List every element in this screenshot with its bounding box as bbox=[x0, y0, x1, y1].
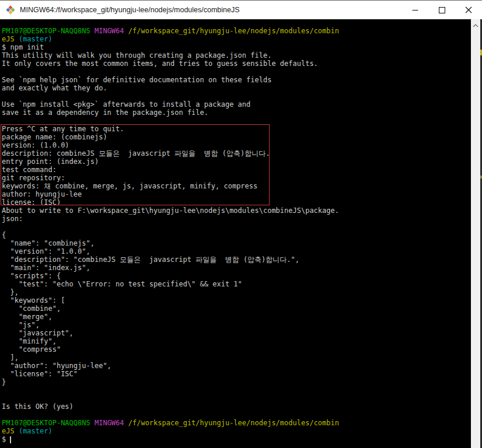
terminal-line bbox=[2, 223, 471, 231]
terminal-line: "keywords": [ bbox=[2, 296, 471, 304]
chevron-up-icon bbox=[473, 24, 478, 27]
titlebar[interactable]: MINGW64:/f/workspace_git/hyungju-lee/nod… bbox=[0, 1, 482, 19]
terminal-line: "main": "index.js", bbox=[2, 264, 471, 272]
terminal-line bbox=[2, 411, 471, 419]
terminal-line: author: hyungju-lee bbox=[2, 190, 471, 198]
terminal-line: "minify", bbox=[2, 337, 471, 345]
terminal-line: Is this OK? (yes) bbox=[2, 402, 471, 411]
close-button[interactable] bbox=[455, 1, 482, 19]
terminal-line: It only covers the most common items, an… bbox=[2, 60, 471, 68]
terminal-line bbox=[2, 92, 471, 100]
terminal-screen[interactable]: PM107@DESKTOP-NAQQ8NS MINGW64 /f/workspa… bbox=[0, 19, 471, 448]
maximize-button[interactable] bbox=[428, 1, 455, 19]
terminal-line: test command: bbox=[2, 166, 471, 174]
text-cursor bbox=[10, 436, 11, 443]
terminal-line: "javascript", bbox=[2, 329, 471, 337]
terminal-line: "description": "combineJS 모듈은 javascript… bbox=[2, 256, 471, 264]
scroll-up-arrow[interactable] bbox=[471, 22, 480, 30]
terminal-output: PM107@DESKTOP-NAQQ8NS MINGW64 /f/workspa… bbox=[0, 19, 471, 443]
terminal-line: "combine", bbox=[2, 304, 471, 313]
terminal-line: license: (ISC) bbox=[2, 198, 471, 206]
terminal-line: "version": "1.0.0", bbox=[2, 247, 471, 256]
terminal-line: }, bbox=[2, 288, 471, 296]
terminal-line: Press ^C at any time to quit. bbox=[2, 125, 471, 133]
terminal-line: This utility will walk you through creat… bbox=[2, 51, 471, 60]
terminal-line bbox=[2, 68, 471, 76]
terminal-line: } bbox=[2, 378, 471, 386]
terminal-line: "js", bbox=[2, 321, 471, 329]
terminal-line: $ bbox=[2, 435, 471, 443]
terminal-line: eJS (master) bbox=[2, 35, 471, 43]
terminal-line: "test": "echo \"Error: no test specified… bbox=[2, 280, 471, 288]
terminal-line: ], bbox=[2, 354, 471, 362]
terminal-line: and exactly what they do. bbox=[2, 84, 471, 92]
terminal-line: Use `npm install <pkg>` afterwards to in… bbox=[2, 100, 471, 108]
terminal-line: "scripts": { bbox=[2, 272, 471, 280]
git-bash-window: { "window": { "title": "MINGW64:/f/works… bbox=[0, 0, 482, 448]
terminal-line: keywords: 채 combine, merge, js, javascri… bbox=[2, 182, 471, 190]
git-bash-icon[interactable] bbox=[6, 5, 15, 15]
terminal-line: $ npm init bbox=[2, 43, 471, 51]
terminal-line: { bbox=[2, 231, 471, 239]
terminal-line bbox=[2, 117, 471, 125]
scrollbar-track[interactable] bbox=[471, 19, 480, 448]
terminal-line: About to write to F:\workspace_git\hyung… bbox=[2, 206, 471, 215]
terminal-line: "name": "combinejs", bbox=[2, 239, 471, 247]
terminal-line: package name: (combinejs) bbox=[2, 133, 471, 141]
minimize-button[interactable] bbox=[401, 1, 428, 19]
terminal-line: "merge", bbox=[2, 313, 471, 321]
terminal-line bbox=[2, 394, 471, 402]
terminal-line: json: bbox=[2, 215, 471, 223]
terminal-line: "compress" bbox=[2, 345, 471, 354]
terminal-line: description: combineJS 모듈은 javascript 파일… bbox=[2, 149, 471, 158]
close-icon bbox=[465, 6, 472, 13]
terminal-line: save it as a dependency in the package.j… bbox=[2, 108, 471, 117]
terminal-line: eJS (master) bbox=[2, 427, 471, 435]
terminal-line: version: (1.0.0) bbox=[2, 141, 471, 149]
terminal-line: git repository: bbox=[2, 174, 471, 182]
terminal-line: "license": "ISC" bbox=[2, 370, 471, 378]
terminal-line: "author": "hyungju-lee", bbox=[2, 362, 471, 370]
maximize-icon bbox=[439, 7, 445, 13]
terminal-line: entry point: (index.js) bbox=[2, 158, 471, 166]
minimize-icon bbox=[412, 7, 418, 13]
window-title: MINGW64:/f/workspace_git/hyungju-lee/nod… bbox=[20, 6, 401, 14]
terminal-line bbox=[2, 386, 471, 394]
terminal-line: PM107@DESKTOP-NAQQ8NS MINGW64 /f/workspa… bbox=[2, 27, 471, 35]
caption-buttons bbox=[401, 1, 482, 19]
terminal-line: PM107@DESKTOP-NAQQ8NS MINGW64 /f/workspa… bbox=[2, 419, 471, 427]
terminal-line: See `npm help json` for definitive docum… bbox=[2, 76, 471, 84]
